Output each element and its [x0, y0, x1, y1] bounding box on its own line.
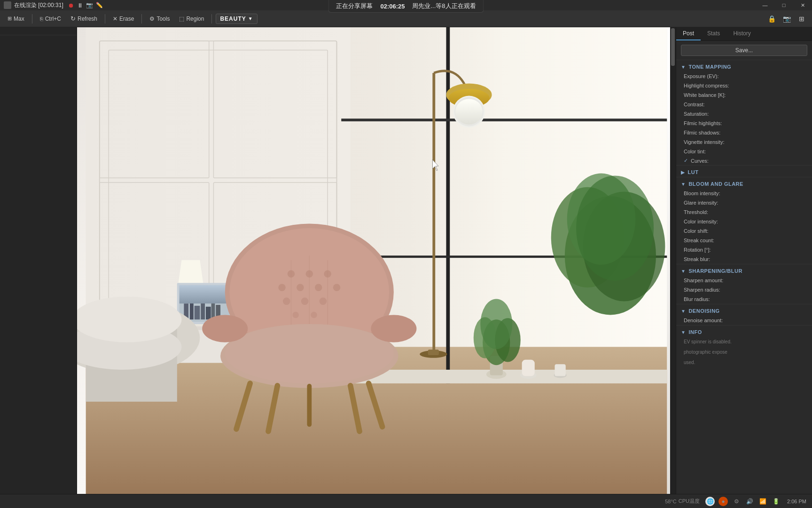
erase-icon: ✕ [113, 16, 117, 22]
minimize-button[interactable]: — [756, 0, 774, 10]
saturation-label: Saturation: [684, 111, 807, 117]
refresh-icon: ↻ [70, 15, 76, 22]
info-arrow: ▼ [681, 330, 686, 335]
refresh-button[interactable]: ↻ Refresh [67, 14, 101, 24]
separator-3 [141, 14, 142, 24]
dropdown-arrow: ▼ [248, 16, 253, 21]
svg-point-79 [77, 297, 182, 342]
color-shift-label: Color shift: [684, 228, 807, 234]
cpu-temp-label: CPU温度 [679, 498, 700, 505]
info-ev-text: EV spinner is disabled. [684, 339, 732, 344]
info-header[interactable]: ▼ INFO [676, 325, 812, 337]
contrast-row: Contrast: [676, 100, 812, 109]
whitebalance-label: White balance [K]: [684, 92, 807, 98]
camera2-icon-btn[interactable]: 📷 [780, 12, 793, 25]
grid-icon-btn[interactable]: ⊞ [795, 12, 808, 25]
svg-rect-11 [341, 119, 667, 121]
colortint-label: Color tint: [684, 149, 807, 154]
sharpening-header[interactable]: ▼ SHARPENING/BLUR [676, 264, 812, 276]
tools-button[interactable]: ⚙ Tools [146, 14, 173, 24]
sharpening-label: SHARPENING/BLUR [688, 268, 742, 274]
bloom-arrow: ▼ [681, 182, 686, 187]
erase-button[interactable]: ✕ Erase [109, 14, 138, 24]
render-viewport[interactable] [77, 27, 676, 494]
tone-mapping-arrow: ▼ [681, 64, 686, 70]
scrollbar-thumb[interactable] [671, 28, 675, 66]
sharpening-arrow: ▼ [681, 269, 686, 274]
tab-post[interactable]: Post [676, 27, 701, 40]
svg-point-63 [311, 312, 317, 318]
maximize-button[interactable]: □ [774, 0, 793, 10]
save-button[interactable]: Save... [681, 45, 807, 56]
network-icon[interactable]: 📶 [758, 497, 767, 506]
info-text-2: photographic expose [676, 347, 812, 357]
colortint-row: Color tint: [676, 147, 812, 156]
svg-point-68 [225, 324, 394, 383]
svg-point-70 [371, 315, 416, 342]
chrome-icon[interactable]: 🌐 [705, 497, 715, 506]
bloom-intensity-label: Bloom intensity: [684, 190, 807, 196]
notification-viewers: 周先业...等8人正在观看 [412, 2, 476, 10]
rotation-label: Rotation [°]: [684, 247, 807, 253]
max-button[interactable]: ⊞ Max [4, 14, 28, 24]
streak-count-label: Streak count: [684, 238, 807, 243]
info-photo-text: photographic expose [684, 349, 727, 355]
system-tray: 🌐 ● ⚙ 🔊 📶 🔋 2:06 PM [705, 497, 806, 506]
glare-intensity-row: Glare intensity: [676, 198, 812, 207]
beauty-dropdown[interactable]: BEAUTY ▼ [216, 14, 257, 24]
region-button[interactable]: ⬚ Region [175, 14, 208, 24]
app3-icon[interactable]: ⚙ [732, 497, 741, 506]
notification-timer: 02:06:25 [380, 3, 405, 10]
ctrlc-icon: ⎘ [40, 16, 43, 22]
denoising-header[interactable]: ▼ DENOISING [676, 304, 812, 316]
color-intensity-label: Color intensity: [684, 219, 807, 224]
tab-history[interactable]: History [726, 27, 757, 40]
clock: 2:06 PM [787, 499, 806, 504]
separator-1 [32, 14, 32, 24]
title-text: 在线渲染 [02:00:31] [14, 1, 63, 9]
svg-rect-21 [522, 360, 535, 376]
svg-point-62 [292, 312, 299, 318]
scene-svg [77, 27, 676, 494]
tone-mapping-header[interactable]: ▼ TONE MAPPING [676, 60, 812, 71]
app2-icon[interactable]: ● [718, 497, 728, 506]
lut-header[interactable]: ▶ LUT [676, 165, 812, 177]
sharpen-radius-label: Sharpen radius: [684, 287, 807, 293]
bloom-header[interactable]: ▼ BLOOM AND GLARE [676, 177, 812, 189]
pause-icon[interactable]: ⏸ [77, 2, 83, 9]
denoise-amount-row: Denoise amount: [676, 316, 812, 325]
tab-stats[interactable]: Stats [701, 27, 726, 40]
denoising-label: DENOISING [688, 308, 719, 314]
contrast-label: Contrast: [684, 102, 807, 107]
sharpen-amount-row: Sharpen amount: [676, 276, 812, 285]
glare-intensity-label: Glare intensity: [684, 200, 807, 206]
app-icon [4, 1, 11, 9]
svg-point-58 [333, 284, 341, 292]
svg-point-61 [320, 298, 327, 305]
streak-count-row: Streak count: [676, 236, 812, 245]
rotation-row: Rotation [°]: [676, 245, 812, 254]
toolbar: ⊞ Max ⎘ Ctrl+C ↻ Refresh ✕ Erase ⚙ Tools… [0, 10, 812, 27]
exposure-label: Exposure (EV): [684, 73, 807, 79]
blur-radius-row: Blur radius: [676, 294, 812, 304]
vignette-row: Vignette intensity: [676, 137, 812, 147]
edit-icon[interactable]: ✏️ [96, 2, 103, 8]
saturation-row: Saturation: [676, 109, 812, 119]
battery-icon[interactable]: 🔋 [771, 497, 781, 506]
svg-rect-29 [432, 73, 435, 356]
region-icon: ⬚ [179, 16, 184, 22]
info-label: INFO [688, 329, 702, 335]
curves-checkbox[interactable]: ✓ [684, 158, 688, 164]
main-scrollbar[interactable] [670, 27, 676, 494]
close-button[interactable]: ✕ [793, 0, 812, 10]
filmic-highlights-label: Filmic highlights: [684, 120, 807, 126]
right-panel-content: ▼ TONE MAPPING Exposure (EV): Highlight … [676, 60, 812, 494]
record-icon[interactable]: ⏺ [68, 2, 74, 9]
lock-icon-btn[interactable]: 🔒 [765, 12, 778, 25]
curves-label: Curves: [691, 158, 709, 164]
ctrlc-button[interactable]: ⎘ Ctrl+C [36, 14, 65, 24]
camera-icon[interactable]: 📷 [86, 2, 93, 8]
right-panel: Post Stats History Save... ▼ TONE MAPPIN… [676, 27, 812, 494]
separator-4 [211, 14, 212, 24]
speaker-icon[interactable]: 🔊 [745, 497, 754, 506]
